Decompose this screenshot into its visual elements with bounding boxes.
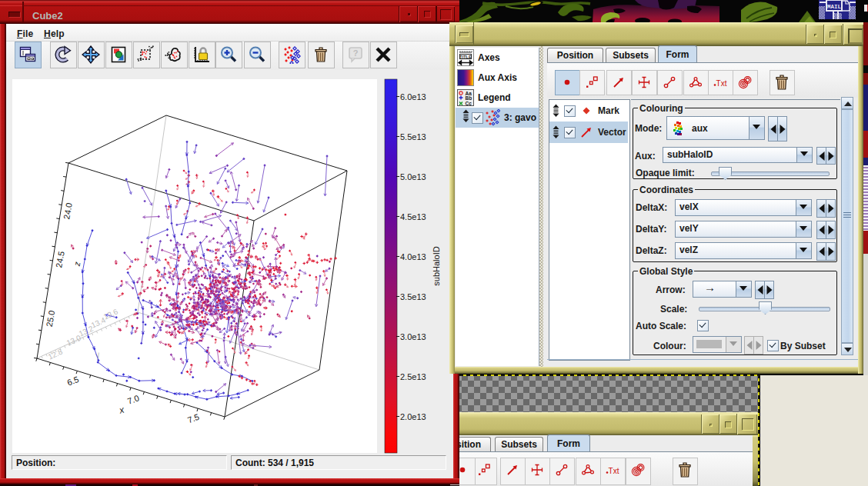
svg-text:4.5e13: 4.5e13 bbox=[400, 212, 426, 221]
svg-text:6.0e13: 6.0e13 bbox=[400, 92, 426, 102]
svg-text:5.5e13: 5.5e13 bbox=[400, 132, 426, 141]
svg-text:3.5e13: 3.5e13 bbox=[400, 292, 426, 301]
svg-text:subHaloID: subHaloID bbox=[432, 246, 441, 285]
svg-text:3.0e13: 3.0e13 bbox=[400, 332, 426, 341]
svg-text:Cc: Cc bbox=[466, 101, 472, 106]
svg-text:2.0e13: 2.0e13 bbox=[400, 412, 426, 421]
svg-text:?: ? bbox=[353, 48, 359, 58]
svg-text:MAIL: MAIL bbox=[827, 4, 842, 10]
svg-text:4.0e13: 4.0e13 bbox=[400, 252, 426, 261]
svg-text:Txt: Txt bbox=[609, 467, 619, 475]
svg-text:TITLE: TITLE bbox=[459, 55, 472, 59]
svg-text:5.0e13: 5.0e13 bbox=[400, 172, 426, 181]
svg-text:Txt: Txt bbox=[716, 79, 727, 88]
svg-text:2.5e13: 2.5e13 bbox=[400, 372, 426, 381]
